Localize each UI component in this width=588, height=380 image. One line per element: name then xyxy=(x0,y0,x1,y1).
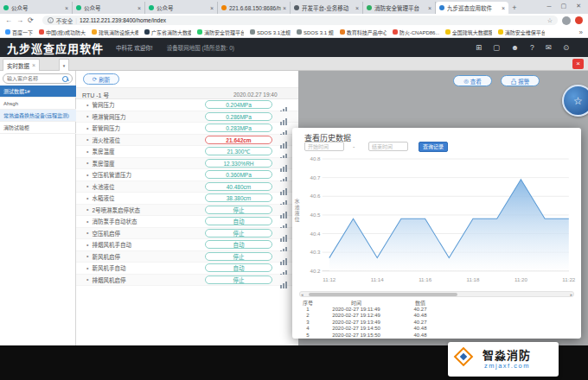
history-chart-icon[interactable] xyxy=(280,113,288,121)
history-chart-icon[interactable] xyxy=(280,160,288,168)
bookmark-item[interactable]: 中国(搜)成功防大... xyxy=(39,28,86,36)
browser-tab[interactable]: 公众号× xyxy=(0,2,73,14)
bookmark-item[interactable]: 百度一下 xyxy=(5,28,33,36)
bookmark-item[interactable]: SDOS 3.1 规 xyxy=(297,28,334,36)
sidebar-item-customer[interactable]: 测试数据1# xyxy=(0,86,76,98)
scroll-left-icon[interactable]: ◂ xyxy=(301,292,304,297)
url-box[interactable]: i 不安全 | 122.112.221.239:8400/home/index … xyxy=(42,16,558,25)
tab-close-icon[interactable]: × xyxy=(210,5,214,11)
apps-icon[interactable]: ⊞ xyxy=(476,43,482,52)
history-chart-icon[interactable] xyxy=(280,136,288,144)
screen-icon[interactable]: ▢ xyxy=(493,43,500,52)
svg-text:11:18: 11:18 xyxy=(467,276,481,282)
refresh-button[interactable]: ⟳ 刷新 xyxy=(83,73,119,85)
history-chart-icon[interactable] xyxy=(280,230,288,238)
history-chart-icon[interactable] xyxy=(280,149,288,156)
update-badge-icon[interactable] xyxy=(575,16,583,24)
tab-close-icon[interactable]: × xyxy=(283,5,286,11)
bookmark-item[interactable]: 广东省消防大数据... xyxy=(144,28,191,36)
history-dialog: 查看历史数据 - 查询记录 水池液位 40.240.340.440.540.64… xyxy=(292,128,581,339)
bookmark-item[interactable]: 消防安全管理平台 xyxy=(197,28,244,36)
browser-tab[interactable]: 公众号× xyxy=(73,2,145,14)
bookmark-item[interactable]: 教育科技产品中心 xyxy=(340,28,387,36)
history-chart-icon[interactable] xyxy=(280,172,288,180)
bookmarks-overflow-icon[interactable]: » xyxy=(579,28,583,36)
tab-close-icon[interactable]: × xyxy=(355,5,359,11)
search-input[interactable] xyxy=(7,76,62,81)
refresh-icon: ⟳ xyxy=(93,76,97,83)
history-chart-icon[interactable] xyxy=(280,125,288,133)
maximize-icon[interactable]: ▢ xyxy=(561,3,567,10)
close-all-button[interactable]: × xyxy=(572,59,584,69)
bookmark-item[interactable]: SDOS 3.1法规 xyxy=(250,28,291,36)
bookmark-star-icon[interactable]: ☆ xyxy=(547,17,553,24)
sidebar-item-customer[interactable]: 消防试验柜 xyxy=(0,122,76,134)
tab-close-icon[interactable]: × xyxy=(502,5,505,11)
start-time-input[interactable] xyxy=(304,142,344,151)
browser-tab[interactable]: 开发平台-业务移动× xyxy=(291,2,363,14)
history-chart-icon[interactable] xyxy=(280,253,288,261)
back-icon[interactable]: ← xyxy=(5,16,12,24)
browser-tab[interactable]: 221.6.68.150:8686/html/v...× xyxy=(218,2,291,14)
tab-realtime-data[interactable]: 实时数据 × xyxy=(3,59,40,71)
history-chart-icon[interactable] xyxy=(280,195,288,203)
url-text[interactable]: 122.112.221.239:8400/home/index xyxy=(80,17,545,23)
reload-icon[interactable]: ⟳ xyxy=(28,16,34,24)
browser-tab-strip: 公众号×公众号×公众号×221.6.68.150:8686/html/v...×… xyxy=(0,0,588,14)
new-tab-button[interactable]: + xyxy=(508,2,521,14)
power-icon[interactable]: ⊙ xyxy=(563,43,569,52)
rtu-title: RTU -1 号 xyxy=(82,91,109,99)
minimize-icon[interactable]: ─ xyxy=(547,3,552,10)
tab-close-icon[interactable]: × xyxy=(65,5,68,11)
history-chart-icon[interactable] xyxy=(280,276,288,284)
scroll-right-icon[interactable]: ▸ xyxy=(570,292,572,297)
tab-close-icon[interactable]: × xyxy=(137,5,141,11)
parameter-name: 喷淋管网压力 xyxy=(92,112,125,121)
row-bullet-icon: • xyxy=(86,242,88,248)
tab-dropdown-icon[interactable]: ▾ xyxy=(59,59,69,71)
rtu-header: RTU -1 号 2020.02.27 19:40 xyxy=(76,88,298,99)
history-chart-icon[interactable] xyxy=(280,183,288,191)
history-chart-icon[interactable] xyxy=(280,218,288,226)
tab-close-icon[interactable]: × xyxy=(32,62,35,68)
mail-icon[interactable]: ✉ xyxy=(546,43,552,52)
bookmark-label: 全国建筑大数据服... xyxy=(452,28,492,36)
parameter-name: 新风机启停 xyxy=(92,252,120,261)
tab-favicon-icon xyxy=(367,5,372,10)
brand-url: zmjaxf.com xyxy=(484,362,530,370)
history-chart-icon[interactable] xyxy=(280,265,288,273)
history-chart-icon[interactable] xyxy=(280,102,288,110)
info-icon[interactable]: i xyxy=(48,17,54,23)
table-row: 32020-02-27 19:13:4940.27 xyxy=(297,319,576,325)
row-bullet-icon: • xyxy=(86,183,88,189)
browser-tab[interactable]: 九步巡查应用软件× xyxy=(436,2,508,14)
scrollbar-thumb[interactable] xyxy=(309,293,457,297)
alarm-button[interactable]: 凸 报警 xyxy=(501,75,540,86)
profile-avatar[interactable] xyxy=(562,16,571,25)
tab-close-icon[interactable]: × xyxy=(428,5,431,11)
bookmark-item[interactable]: 建筑消防设施大概... xyxy=(92,28,138,36)
bookmark-item[interactable]: 防火-CNAPD86... xyxy=(393,28,439,36)
rtu-data-row: •管网压力0.204MPa xyxy=(76,99,298,111)
row-bullet-icon: • xyxy=(86,136,88,142)
sidebar-item-customer[interactable]: Ahsgh xyxy=(0,98,76,110)
end-time-input[interactable] xyxy=(368,142,408,151)
help-icon[interactable]: ? xyxy=(530,43,534,52)
sidebar-item-customer[interactable]: 常熟迪森换热设备(远程监测) xyxy=(0,110,76,122)
view-button[interactable]: ◎ 查看 xyxy=(453,75,492,86)
browser-tab[interactable]: 公众号× xyxy=(145,2,218,14)
bookmark-label: 消防安全维保平台 xyxy=(505,28,545,36)
user-icon[interactable]: ☻ xyxy=(511,43,519,52)
history-chart-icon[interactable] xyxy=(280,242,288,250)
bookmark-item[interactable]: 消防安全维保平台 xyxy=(498,28,545,36)
forward-icon[interactable]: → xyxy=(16,16,23,24)
history-chart-icon[interactable] xyxy=(280,206,288,214)
search-icon[interactable] xyxy=(62,76,68,82)
horizontal-scrollbar[interactable]: ◂ ▸ xyxy=(299,291,574,297)
bookmark-item[interactable]: 全国建筑大数据服... xyxy=(445,28,492,36)
query-button[interactable]: 查询记录 xyxy=(419,142,448,152)
divider: | xyxy=(75,17,77,23)
close-icon[interactable]: ✕ xyxy=(576,3,581,10)
customer-search-box[interactable] xyxy=(3,73,73,84)
browser-tab[interactable]: 消防安全管理平台× xyxy=(363,2,436,14)
